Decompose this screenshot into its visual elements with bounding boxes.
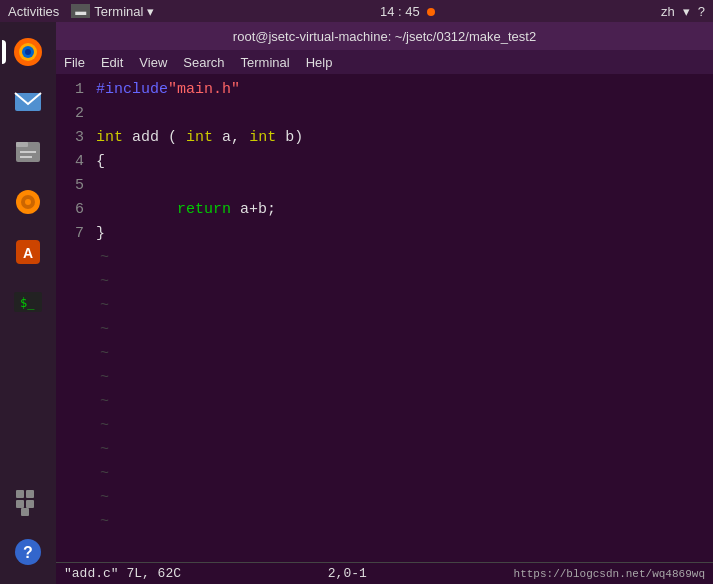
code-line-4: { xyxy=(96,150,709,174)
sidebar-item-apps[interactable] xyxy=(6,480,50,524)
line-num-7: 7 xyxy=(56,222,84,246)
svg-rect-7 xyxy=(20,151,36,153)
tilde-2: ~ xyxy=(100,270,709,294)
svg-rect-17 xyxy=(26,490,34,498)
tilde-8: ~ xyxy=(100,414,709,438)
tilde-4: ~ xyxy=(100,318,709,342)
svg-rect-6 xyxy=(16,142,28,147)
url-reference: https://blogcsdn.net/wq4869wq xyxy=(514,568,705,580)
line-num-5: 5 xyxy=(56,174,84,198)
include-keyword: #include xyxy=(96,81,168,98)
sidebar-item-appstore[interactable]: A xyxy=(6,230,50,274)
line-num-4: 4 xyxy=(56,150,84,174)
sidebar-item-email[interactable] xyxy=(6,80,50,124)
code-line-2 xyxy=(96,102,709,126)
tilde-9: ~ xyxy=(100,438,709,462)
line-num-1: 1 xyxy=(56,78,84,102)
code-line-5 xyxy=(96,174,709,198)
menu-terminal[interactable]: Terminal xyxy=(241,55,290,70)
activities-label[interactable]: Activities xyxy=(8,4,59,19)
system-top-bar: Activities ▬ Terminal ▾ 14 : 45 zh ▾ ? xyxy=(0,0,713,22)
tilde-3: ~ xyxy=(100,294,709,318)
code-line-7: } xyxy=(96,222,709,246)
file-info: "add.c" 7L, 62C xyxy=(64,566,181,581)
lang-dropdown[interactable]: ▾ xyxy=(683,4,690,19)
tilde-11: ~ xyxy=(100,486,709,510)
language-indicator[interactable]: zh xyxy=(661,4,675,19)
kw-int-2: int xyxy=(186,129,213,146)
line-numbers: 1 2 3 4 5 6 7 xyxy=(56,74,92,562)
status-bar: "add.c" 7L, 62C 2,0-1 https://blogcsdn.n… xyxy=(56,562,713,584)
tilde-7: ~ xyxy=(100,390,709,414)
sidebar-item-sound[interactable] xyxy=(6,180,50,224)
menu-file[interactable]: File xyxy=(64,55,85,70)
title-bar: root@jsetc-virtual-machine: ~/jsetc/0312… xyxy=(56,22,713,50)
menu-help[interactable]: Help xyxy=(306,55,333,70)
menu-search[interactable]: Search xyxy=(183,55,224,70)
svg-text:?: ? xyxy=(23,544,33,561)
tilde-5: ~ xyxy=(100,342,709,366)
terminal-window-button[interactable]: ▬ Terminal ▾ xyxy=(71,4,154,19)
kw-int-1: int xyxy=(96,129,123,146)
sidebar-bottom: ? xyxy=(6,480,50,574)
tilde-6: ~ xyxy=(100,366,709,390)
menu-bar: File Edit View Search Terminal Help xyxy=(56,50,713,74)
svg-rect-8 xyxy=(20,156,32,158)
sidebar-item-firefox[interactable] xyxy=(6,30,50,74)
include-string: "main.h" xyxy=(168,81,240,98)
sidebar-item-terminal[interactable]: $_ xyxy=(6,280,50,324)
svg-rect-16 xyxy=(16,490,24,498)
line-num-6: 6 xyxy=(56,198,84,222)
menu-edit[interactable]: Edit xyxy=(101,55,123,70)
terminal-window: root@jsetc-virtual-machine: ~/jsetc/0312… xyxy=(56,22,713,584)
code-line-3: int add ( int a, int b) xyxy=(96,126,709,150)
kw-return: return xyxy=(177,201,231,218)
svg-rect-20 xyxy=(21,508,29,516)
top-bar-left: Activities ▬ Terminal ▾ xyxy=(8,4,154,19)
code-content[interactable]: #include"main.h" int add ( int a, int b)… xyxy=(92,74,713,562)
line-num-3: 3 xyxy=(56,126,84,150)
window-title: root@jsetc-virtual-machine: ~/jsetc/0312… xyxy=(233,29,536,44)
dropdown-arrow[interactable]: ▾ xyxy=(147,4,154,19)
tilde-lines: ~ ~ ~ ~ ~ ~ ~ ~ ~ ~ ~ ~ xyxy=(96,246,709,534)
cursor-position: 2,0-1 xyxy=(328,566,367,581)
svg-point-3 xyxy=(25,49,31,55)
kw-int-3: int xyxy=(249,129,276,146)
terminal-icon: ▬ xyxy=(71,4,90,18)
tilde-1: ~ xyxy=(100,246,709,270)
tilde-12: ~ xyxy=(100,510,709,534)
editor-area[interactable]: 1 2 3 4 5 6 7 #include"main.h" int add (… xyxy=(56,74,713,562)
menu-view[interactable]: View xyxy=(139,55,167,70)
code-line-6: return a+b; xyxy=(96,198,709,222)
sidebar-item-files[interactable] xyxy=(6,130,50,174)
top-bar-right: zh ▾ ? xyxy=(661,4,705,19)
line-num-2: 2 xyxy=(56,102,84,126)
system-menu[interactable]: ? xyxy=(698,4,705,19)
code-line-1: #include"main.h" xyxy=(96,78,709,102)
svg-text:$_: $_ xyxy=(20,296,35,310)
svg-rect-18 xyxy=(16,500,24,508)
svg-point-11 xyxy=(25,199,31,205)
sidebar: A $_ ? xyxy=(0,22,56,584)
sidebar-item-help[interactable]: ? xyxy=(6,530,50,574)
tilde-10: ~ xyxy=(100,462,709,486)
svg-rect-19 xyxy=(26,500,34,508)
notification-dot xyxy=(427,8,435,16)
svg-text:A: A xyxy=(23,245,33,261)
clock: 14 : 45 xyxy=(380,4,435,19)
